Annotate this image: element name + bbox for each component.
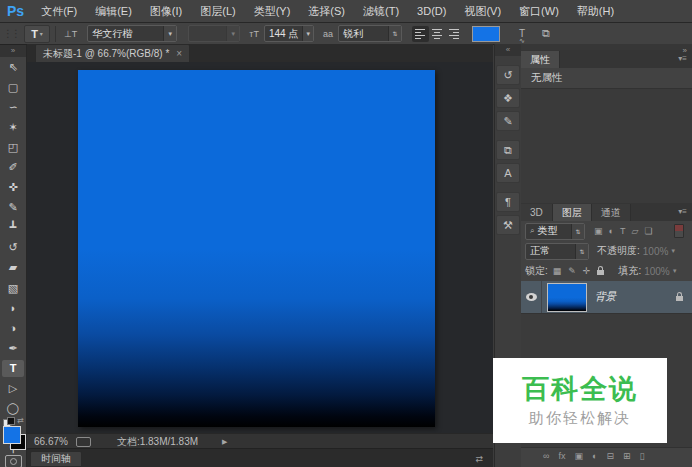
canvas-image[interactable]: [78, 70, 435, 427]
menu-window[interactable]: 窗口(W): [510, 0, 568, 22]
menu-image[interactable]: 图像(I): [141, 0, 191, 22]
font-family-select[interactable]: 华文行楷 ▼: [87, 25, 177, 42]
type-tool[interactable]: T: [2, 360, 24, 377]
lock-transparency-icon[interactable]: ▦: [553, 266, 562, 276]
new-group-icon[interactable]: ⊟: [606, 452, 614, 461]
brush-panel-icon[interactable]: ✎: [496, 111, 520, 131]
layer-visibility-toggle[interactable]: [521, 281, 542, 313]
dodge-tool[interactable]: ◑: [2, 320, 24, 337]
brush-tool[interactable]: ✎: [2, 199, 24, 216]
lock-pixels-icon[interactable]: ✎: [568, 266, 576, 276]
menu-select[interactable]: 选择(S): [299, 0, 354, 22]
document-tab[interactable]: 未标题-1 @ 66.7%(RGB/8) * ×: [35, 44, 190, 62]
font-style-select[interactable]: ▼: [188, 25, 240, 42]
photoshop-logo: Ps: [7, 3, 24, 19]
blur-tool[interactable]: ◗: [2, 300, 24, 317]
lasso-tool[interactable]: ∽: [2, 99, 24, 116]
blend-mode-row: 正常 ⇅ 不透明度: 100% ▼: [521, 241, 692, 261]
properties-content: [521, 88, 692, 203]
timeline-collapse-icon[interactable]: ⇄: [475, 454, 483, 464]
gradient-tool[interactable]: ▧: [2, 280, 24, 297]
quick-mask-icon[interactable]: [5, 455, 22, 467]
filter-pixel-layers-icon[interactable]: ▣: [594, 226, 603, 236]
swap-colors-icon[interactable]: ⇄: [17, 416, 24, 425]
menu-help[interactable]: 帮助(H): [568, 0, 623, 22]
tab-channels[interactable]: 通道: [592, 204, 631, 221]
new-layer-icon[interactable]: ⊞: [623, 452, 631, 461]
toggle-panels-icon[interactable]: ⧉: [542, 27, 550, 40]
filter-type-layers-icon[interactable]: T: [620, 226, 626, 236]
tab-timeline[interactable]: 时间轴: [30, 451, 82, 467]
blend-mode-select[interactable]: 正常 ⇅: [525, 243, 589, 260]
foreground-color-swatch[interactable]: [3, 426, 21, 444]
layer-style-icon[interactable]: fx: [558, 452, 565, 461]
move-tool[interactable]: ⇖: [2, 59, 24, 76]
filter-toggle-switch[interactable]: [674, 224, 684, 238]
delete-layer-icon[interactable]: ▯: [639, 452, 644, 461]
warp-text-icon[interactable]: T: [514, 28, 530, 39]
status-doc-icon: [76, 437, 91, 447]
paragraph-panel-icon[interactable]: ¶: [496, 192, 520, 212]
panel-menu-icon[interactable]: ▾≡: [678, 207, 687, 216]
rectangular-marquee-tool[interactable]: ▢: [2, 79, 24, 96]
add-layer-mask-icon[interactable]: ▣: [574, 452, 583, 461]
filter-adjustment-layers-icon[interactable]: ◐: [609, 226, 614, 236]
align-center-button[interactable]: [429, 26, 446, 42]
panel-menu-icon[interactable]: ▾≡: [678, 54, 687, 63]
menu-layer[interactable]: 图层(L): [191, 0, 244, 22]
menu-file[interactable]: 文件(F): [32, 0, 86, 22]
tab-3d[interactable]: 3D: [521, 204, 553, 221]
anti-alias-select[interactable]: 锐利 ⇅: [338, 25, 402, 42]
fill-value[interactable]: 100%: [644, 266, 670, 277]
new-adjustment-layer-icon[interactable]: ◐: [592, 452, 597, 461]
spot-healing-brush-tool[interactable]: ✜: [2, 179, 24, 196]
clone-source-panel-icon[interactable]: ⧉: [496, 140, 520, 160]
toolbar-collapse-icon[interactable]: »: [0, 45, 26, 57]
menu-3d[interactable]: 3D(D): [408, 0, 455, 22]
history-brush-tool[interactable]: ↺: [2, 239, 24, 256]
align-left-button[interactable]: [412, 26, 429, 42]
menu-edit[interactable]: 编辑(E): [86, 0, 141, 22]
menu-bar: Ps 文件(F)编辑(E)图像(I)图层(L)类型(Y)选择(S)滤镜(T)3D…: [0, 0, 692, 23]
link-layers-icon[interactable]: ∞: [543, 452, 549, 461]
ellipse-tool[interactable]: ◯: [2, 400, 24, 417]
zoom-level-field[interactable]: 66.67%: [34, 436, 68, 447]
layer-row-background[interactable]: 背景: [521, 281, 692, 314]
quick-selection-tool[interactable]: ✶: [2, 119, 24, 136]
menu-filter[interactable]: 滤镜(T): [354, 0, 408, 22]
font-size-select[interactable]: 144 点 ▼: [264, 25, 314, 42]
divider: [55, 26, 56, 42]
history-panel-icon[interactable]: ↺: [496, 65, 520, 85]
clone-stamp-tool[interactable]: ┻: [2, 219, 24, 236]
text-color-swatch[interactable]: [472, 26, 500, 42]
menu-view[interactable]: 视图(V): [455, 0, 510, 22]
brush-presets-panel-icon[interactable]: ❖: [496, 88, 520, 108]
lock-all-icon[interactable]: [597, 270, 604, 275]
close-icon[interactable]: ×: [176, 48, 182, 59]
options-grip: ⋮⋮: [3, 28, 19, 39]
status-expand-icon[interactable]: ▶: [222, 438, 227, 446]
path-selection-tool[interactable]: ▷: [2, 380, 24, 397]
character-panel-icon[interactable]: A: [496, 163, 520, 183]
filter-smart-objects-icon[interactable]: ❏: [644, 226, 652, 236]
type-tool-preset-button[interactable]: T▾: [24, 25, 50, 43]
dock-collapse-icon[interactable]: »: [683, 46, 687, 55]
chevron-down-icon: ▼: [163, 26, 176, 41]
tool-presets-panel-icon[interactable]: ⚒: [496, 215, 520, 235]
filter-shape-layers-icon[interactable]: ▱: [631, 226, 638, 236]
layer-filter-select[interactable]: ⌕ 类型 ⇅: [525, 223, 585, 240]
layer-thumbnail[interactable]: [547, 283, 587, 312]
default-colors-icon[interactable]: ⇄: [2, 417, 24, 426]
eraser-tool[interactable]: ▰: [2, 259, 24, 276]
tab-properties[interactable]: 属性: [521, 51, 560, 68]
opacity-value[interactable]: 100%: [643, 246, 669, 257]
eyedropper-tool[interactable]: ✐: [2, 159, 24, 176]
text-orientation-icon[interactable]: ⊥T: [64, 29, 77, 39]
crop-tool[interactable]: ◰: [2, 139, 24, 156]
menu-type[interactable]: 类型(Y): [245, 0, 300, 22]
lock-position-icon[interactable]: ✛: [583, 266, 591, 276]
strip-expand-icon[interactable]: «: [495, 44, 521, 56]
tab-layers[interactable]: 图层: [553, 204, 592, 221]
align-right-button[interactable]: [446, 26, 463, 42]
pen-tool[interactable]: ✒: [2, 340, 24, 357]
